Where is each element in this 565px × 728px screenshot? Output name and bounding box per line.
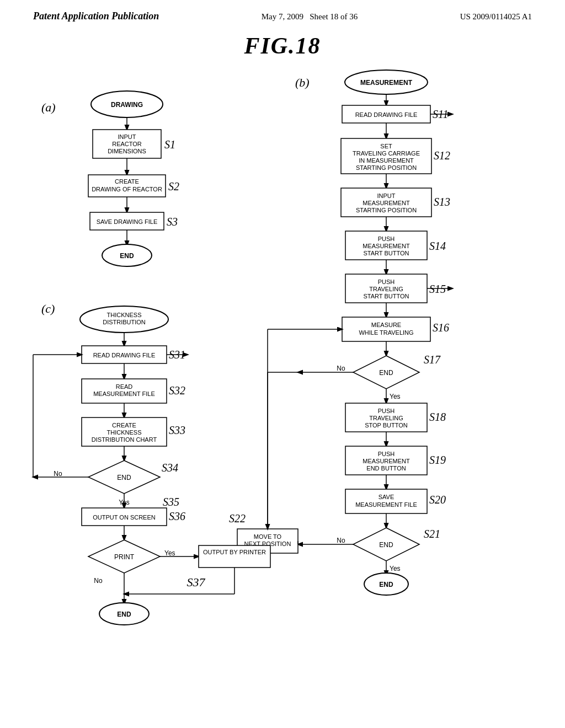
- header-date: May 7, 2009 Sheet 18 of 36: [262, 10, 358, 22]
- svg-text:Yes: Yes: [390, 565, 401, 572]
- svg-text:END: END: [379, 541, 393, 549]
- svg-text:MEASUREMENT: MEASUREMENT: [360, 79, 413, 87]
- svg-text:DRAWING: DRAWING: [111, 101, 143, 109]
- svg-text:MEASUREMENT FILE: MEASUREMENT FILE: [93, 390, 155, 397]
- svg-text:DISTRIBUTION: DISTRIBUTION: [103, 319, 146, 325]
- svg-text:No: No: [337, 537, 345, 544]
- svg-text:S35: S35: [163, 496, 179, 508]
- flowchart-diagram: (a) DRAWING INPUT REACTOR DIMENSIONS S1 …: [0, 59, 565, 704]
- svg-text:S3: S3: [167, 216, 178, 228]
- svg-text:S37: S37: [187, 575, 206, 589]
- svg-text:Yes: Yes: [164, 549, 175, 557]
- svg-text:CREATE: CREATE: [115, 178, 139, 185]
- svg-text:S1: S1: [164, 138, 175, 151]
- svg-text:S34: S34: [162, 462, 178, 474]
- svg-text:S13: S13: [434, 196, 450, 208]
- page-header: Patent Application Publication May 7, 20…: [0, 0, 565, 23]
- svg-text:THICKNESS: THICKNESS: [107, 312, 142, 318]
- svg-text:DRAWING OF REACTOR: DRAWING OF REACTOR: [92, 186, 162, 192]
- svg-text:MEASUREMENT FILE: MEASUREMENT FILE: [355, 501, 417, 508]
- svg-text:S18: S18: [429, 411, 446, 423]
- svg-text:TRAVELING: TRAVELING: [369, 286, 403, 292]
- svg-text:END: END: [120, 252, 134, 260]
- svg-text:OUTPUT ON SCREEN: OUTPUT ON SCREEN: [93, 514, 156, 521]
- figure-title: FIG.18: [0, 33, 565, 59]
- svg-text:MEASURE: MEASURE: [371, 322, 401, 328]
- svg-text:(a): (a): [41, 100, 56, 114]
- svg-text:DIMENSIONS: DIMENSIONS: [108, 148, 146, 154]
- svg-text:END: END: [379, 369, 393, 377]
- svg-text:MEASUREMENT: MEASUREMENT: [363, 243, 410, 249]
- svg-text:OUTPUT BY PRINTER: OUTPUT BY PRINTER: [203, 549, 266, 555]
- svg-text:DISTRIBUTION CHART: DISTRIBUTION CHART: [92, 436, 157, 443]
- svg-text:START BUTTON: START BUTTON: [364, 293, 409, 299]
- svg-text:MEASUREMENT: MEASUREMENT: [363, 200, 410, 206]
- svg-text:READ DRAWING FILE: READ DRAWING FILE: [93, 352, 156, 358]
- svg-text:CREATE: CREATE: [112, 422, 136, 429]
- svg-text:READ: READ: [116, 383, 133, 390]
- svg-text:No: No: [94, 577, 103, 585]
- svg-text:Yes: Yes: [390, 393, 401, 400]
- svg-text:READ DRAWING FILE: READ DRAWING FILE: [355, 111, 418, 118]
- svg-text:S20: S20: [429, 494, 446, 506]
- svg-text:No: No: [54, 470, 62, 478]
- svg-text:STARTING POSITION: STARTING POSITION: [356, 164, 417, 171]
- svg-text:PUSH: PUSH: [378, 235, 395, 242]
- svg-text:No: No: [337, 365, 345, 372]
- svg-text:STARTING POSITION: STARTING POSITION: [356, 207, 417, 213]
- patent-number: US 2009/0114025 A1: [460, 10, 532, 22]
- svg-text:SAVE DRAWING FILE: SAVE DRAWING FILE: [97, 218, 158, 225]
- svg-text:PUSH: PUSH: [378, 451, 395, 457]
- svg-text:S32: S32: [169, 384, 185, 397]
- publication-title: Patent Application Publication: [33, 10, 159, 23]
- svg-text:SAVE: SAVE: [379, 494, 395, 500]
- svg-text:THICKNESS: THICKNESS: [107, 429, 142, 436]
- svg-text:S22: S22: [229, 512, 246, 524]
- svg-text:END BUTTON: END BUTTON: [366, 465, 406, 472]
- svg-text:SET: SET: [380, 143, 392, 149]
- svg-text:S36: S36: [169, 510, 185, 522]
- svg-text:S2: S2: [168, 180, 179, 192]
- svg-text:TRAVELING CARRIAGE: TRAVELING CARRIAGE: [353, 150, 420, 157]
- svg-text:END: END: [117, 611, 131, 618]
- svg-text:TRAVELING: TRAVELING: [369, 415, 403, 421]
- svg-text:END: END: [379, 581, 393, 588]
- svg-text:(b): (b): [295, 76, 310, 89]
- svg-text:END: END: [117, 474, 131, 481]
- svg-text:S14: S14: [429, 240, 446, 252]
- svg-text:WHILE TRAVELING: WHILE TRAVELING: [359, 329, 413, 336]
- svg-text:REACTOR: REACTOR: [112, 141, 142, 147]
- svg-text:S19: S19: [429, 454, 446, 466]
- svg-text:STOP BUTTON: STOP BUTTON: [365, 422, 408, 429]
- svg-text:INPUT: INPUT: [118, 133, 136, 140]
- svg-text:S15: S15: [429, 283, 446, 295]
- svg-text:PRINT: PRINT: [114, 553, 135, 561]
- svg-text:S16: S16: [433, 322, 449, 334]
- svg-text:Yes: Yes: [119, 499, 130, 506]
- svg-text:INPUT: INPUT: [377, 192, 396, 199]
- svg-text:MEASUREMENT: MEASUREMENT: [363, 458, 410, 464]
- svg-text:S21: S21: [424, 528, 440, 540]
- svg-text:PUSH: PUSH: [378, 279, 395, 285]
- svg-text:PUSH: PUSH: [378, 408, 395, 414]
- svg-text:S33: S33: [169, 424, 185, 436]
- svg-text:S17: S17: [424, 354, 441, 366]
- svg-text:START BUTTON: START BUTTON: [364, 250, 409, 256]
- svg-text:IN MEASUREMENT: IN MEASUREMENT: [359, 157, 414, 164]
- svg-text:(c): (c): [41, 302, 55, 315]
- svg-text:S12: S12: [434, 149, 450, 162]
- svg-text:MOVE TO: MOVE TO: [254, 533, 282, 540]
